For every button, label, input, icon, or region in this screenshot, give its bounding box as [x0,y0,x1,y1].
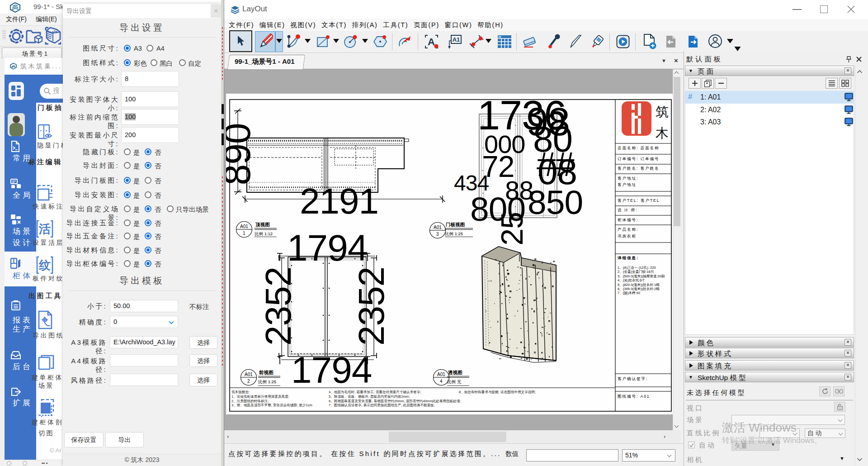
svg-text:活: 活 [38,222,51,236]
svg-text:A: A [428,36,435,48]
svg-text:纹: 纹 [38,258,51,272]
svg-text:A1: A1 [453,36,460,43]
